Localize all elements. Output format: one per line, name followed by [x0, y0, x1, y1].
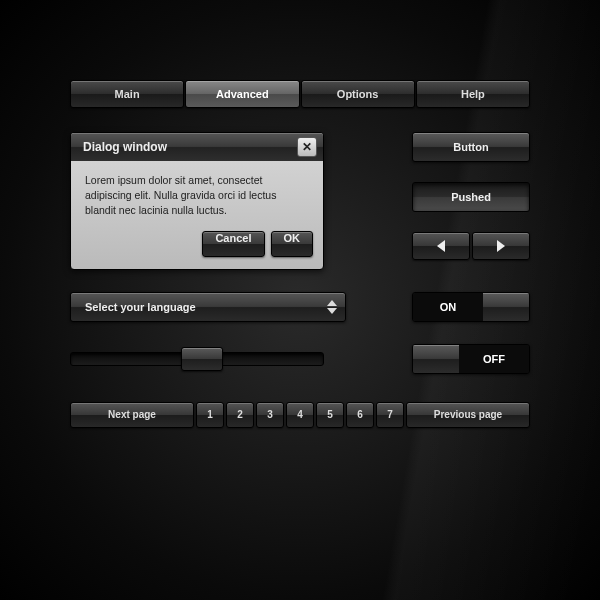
page-1[interactable]: 1 [196, 402, 224, 428]
slider-thumb[interactable] [181, 347, 223, 371]
page-2[interactable]: 2 [226, 402, 254, 428]
dialog-title: Dialog window [83, 140, 167, 154]
page-3[interactable]: 3 [256, 402, 284, 428]
slider[interactable] [70, 352, 324, 366]
page-5[interactable]: 5 [316, 402, 344, 428]
tab-advanced[interactable]: Advanced [185, 80, 299, 108]
next-page-button[interactable]: Next page [70, 402, 194, 428]
pushed-button[interactable]: Pushed [412, 182, 530, 212]
dialog-window: Dialog window ✕ Lorem ipsum dolor sit am… [70, 132, 324, 270]
tab-options[interactable]: Options [301, 80, 415, 108]
triangle-right-icon [497, 240, 505, 252]
toggle-handle [413, 345, 459, 373]
toggle-on[interactable]: ON [412, 292, 530, 322]
page-4[interactable]: 4 [286, 402, 314, 428]
toggle-off-label: OFF [459, 345, 529, 373]
tab-help[interactable]: Help [416, 80, 530, 108]
language-dropdown[interactable]: Select your language [70, 292, 346, 322]
page-7[interactable]: 7 [376, 402, 404, 428]
dropdown-label: Select your language [85, 301, 196, 313]
cancel-button[interactable]: Cancel [202, 231, 264, 257]
previous-page-button[interactable]: Previous page [406, 402, 530, 428]
arrow-left-button[interactable] [412, 232, 470, 260]
ok-button[interactable]: OK [271, 231, 314, 257]
page-6[interactable]: 6 [346, 402, 374, 428]
triangle-left-icon [437, 240, 445, 252]
toggle-on-label: ON [413, 293, 483, 321]
toggle-off[interactable]: OFF [412, 344, 530, 374]
dialog-body-text: Lorem ipsum dolor sit amet, consectet ad… [71, 161, 323, 231]
primary-button[interactable]: Button [412, 132, 530, 162]
stepper-icon [327, 300, 337, 314]
arrow-right-button[interactable] [472, 232, 530, 260]
tab-main[interactable]: Main [70, 80, 184, 108]
toggle-handle [483, 293, 529, 321]
close-icon[interactable]: ✕ [297, 137, 317, 157]
